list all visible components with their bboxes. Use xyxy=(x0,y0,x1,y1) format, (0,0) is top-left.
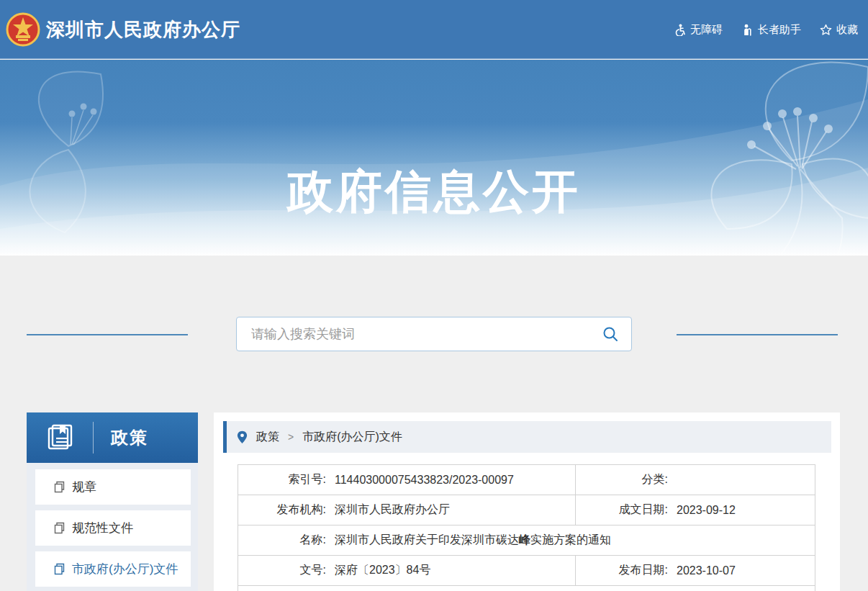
search-input[interactable] xyxy=(237,317,589,351)
index-number-value: 114403000075433823/2023-00097 xyxy=(335,474,514,487)
table-row: 索引号: 114403000075433823/2023-00097 分类: xyxy=(238,465,815,495)
date-written-value: 2023-09-12 xyxy=(677,504,736,517)
sidebar-item-label: 市政府(办公厅)文件 xyxy=(72,561,178,577)
elder-assist-link[interactable]: 长者助手 xyxy=(741,23,801,37)
breadcrumb-separator: > xyxy=(288,431,294,443)
search-box xyxy=(236,317,632,351)
sidebar-item-label: 规范性文件 xyxy=(72,520,133,536)
decorative-line-right xyxy=(677,334,838,335)
category-label: 分类: xyxy=(576,472,668,487)
page-title: 政府信息公开 xyxy=(0,161,868,223)
document-name-highlight: 峰 xyxy=(519,533,530,546)
document-icon xyxy=(54,481,65,493)
issuing-agency-label: 发布机构: xyxy=(238,502,326,518)
date-published-label: 发布日期: xyxy=(576,563,668,578)
main-content-panel: 政策 > 市政府(办公厅)文件 索引号: 114403000075433823/… xyxy=(214,412,840,591)
favorite-link[interactable]: 收藏 xyxy=(820,23,858,37)
sidebar-header-divider xyxy=(93,422,94,454)
document-number-label: 文号: xyxy=(238,563,326,578)
document-icon xyxy=(54,563,65,575)
page: 深圳市人民政府办公厅 无障碍 长者助手 xyxy=(0,0,868,591)
document-icon xyxy=(54,522,65,534)
document-name-pre: 深圳市人民政府关于印发深圳市碳达 xyxy=(335,533,519,546)
document-name-value: 深圳市人民政府关于印发深圳市碳达峰实施方案的通知 xyxy=(335,533,611,548)
sidebar-title: 政策 xyxy=(111,426,148,449)
document-name-label: 名称: xyxy=(238,533,326,548)
sidebar-menu: 规章 规范性文件 市政府(办公厅)文件 xyxy=(27,463,198,587)
accessibility-link[interactable]: 无障碍 xyxy=(674,23,723,37)
sidebar-item-normative-documents[interactable]: 规范性文件 xyxy=(35,510,191,546)
document-meta-table: 索引号: 114403000075433823/2023-00097 分类: 发… xyxy=(238,464,815,591)
breadcrumb: 政策 > 市政府(办公厅)文件 xyxy=(223,421,831,453)
document-number-cell: 文号: 深府〔2023〕84号 xyxy=(238,556,576,585)
document-number-value: 深府〔2023〕84号 xyxy=(335,563,430,578)
index-number-label: 索引号: xyxy=(238,472,326,487)
document-name-cell: 名称: 深圳市人民政府关于印发深圳市碳达峰实施方案的通知 xyxy=(238,525,815,555)
accessibility-label: 无障碍 xyxy=(690,23,723,37)
sidebar-item-municipal-government-documents[interactable]: 市政府(办公厅)文件 xyxy=(35,551,191,587)
elder-assist-label: 长者助手 xyxy=(758,23,801,37)
sidebar-item-regulations[interactable]: 规章 xyxy=(35,469,191,505)
decorative-line-left xyxy=(27,334,188,335)
top-links: 无障碍 长者助手 收藏 xyxy=(674,0,858,59)
location-pin-icon xyxy=(237,430,248,444)
sidebar-header: 政策 xyxy=(27,412,198,463)
national-emblem-icon xyxy=(6,12,40,48)
issuing-agency-value: 深圳市人民政府办公厅 xyxy=(335,502,450,518)
table-row: 名称: 深圳市人民政府关于印发深圳市碳达峰实施方案的通知 xyxy=(238,525,815,556)
favorite-label: 收藏 xyxy=(836,23,858,37)
date-published-cell: 发布日期: 2023-10-07 xyxy=(576,556,815,585)
issuing-agency-cell: 发布机构: 深圳市人民政府办公厅 xyxy=(238,495,576,525)
sidebar: 政策 规章 规范性文件 xyxy=(27,412,198,591)
accessibility-icon xyxy=(674,24,686,36)
table-row: 文号: 深府〔2023〕84号 发布日期: 2023-10-07 xyxy=(238,556,815,586)
date-published-value: 2023-10-07 xyxy=(677,564,736,577)
sidebar-item-label: 规章 xyxy=(72,479,96,495)
breadcrumb-item-policy[interactable]: 政策 xyxy=(256,430,279,445)
document-name-post: 实施方案的通知 xyxy=(530,533,611,546)
star-icon xyxy=(820,24,832,36)
table-row: 发布机构: 深圳市人民政府办公厅 成文日期: 2023-09-12 xyxy=(238,495,815,525)
top-header-bar: 深圳市人民政府办公厅 无障碍 长者助手 xyxy=(0,0,868,59)
banner: 政府信息公开 xyxy=(0,60,868,256)
date-written-label: 成文日期: xyxy=(576,502,668,518)
search-button[interactable] xyxy=(589,317,631,351)
breadcrumb-item-current: 市政府(办公厅)文件 xyxy=(302,430,402,445)
site-title: 深圳市人民政府办公厅 xyxy=(46,0,240,59)
index-number-cell: 索引号: 114403000075433823/2023-00097 xyxy=(238,465,576,495)
elder-assist-icon xyxy=(741,24,754,36)
table-row-partial xyxy=(238,586,815,591)
category-cell: 分类: xyxy=(576,465,815,495)
date-written-cell: 成文日期: 2023-09-12 xyxy=(576,495,815,525)
banner-decoration xyxy=(0,60,868,256)
book-icon xyxy=(45,423,76,453)
search-icon xyxy=(602,325,619,343)
